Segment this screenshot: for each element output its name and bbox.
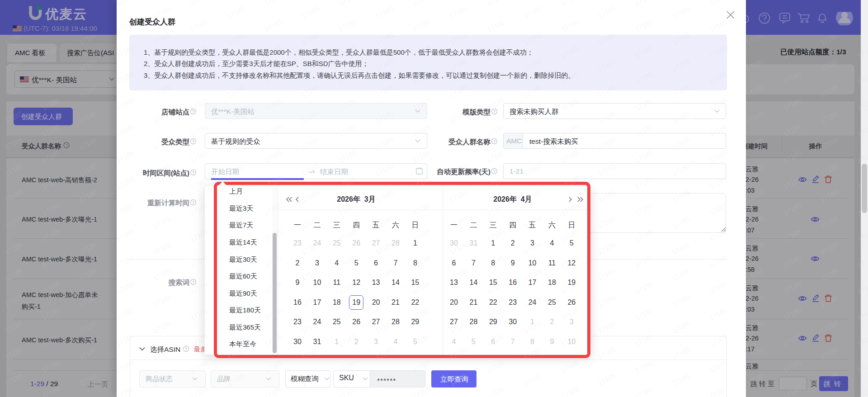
svg-text:?: ? (192, 109, 194, 114)
svg-text:?: ? (192, 200, 194, 205)
svg-text:?: ? (192, 139, 194, 144)
svg-text:?: ? (493, 109, 495, 114)
svg-text:?: ? (192, 170, 194, 175)
svg-text:?: ? (192, 280, 194, 284)
svg-text:?: ? (185, 347, 187, 351)
svg-text:?: ? (493, 169, 495, 174)
svg-text:?: ? (493, 139, 495, 144)
svg-text:?: ? (66, 143, 68, 147)
